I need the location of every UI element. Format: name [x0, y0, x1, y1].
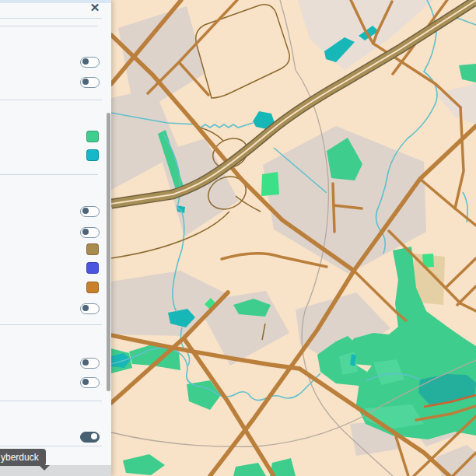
toggle-switch-6[interactable]	[80, 358, 100, 369]
toggle-knob	[82, 58, 89, 65]
divider	[0, 26, 98, 26]
toggle-knob	[91, 433, 97, 439]
color-swatch-teal[interactable]	[86, 149, 99, 161]
panel-bottom-strip	[0, 465, 111, 476]
toggle-knob	[82, 359, 89, 366]
map-canvas[interactable]	[111, 0, 476, 476]
divider	[0, 100, 102, 100]
toggle-knob	[82, 379, 89, 385]
toggle-switch-8[interactable]	[80, 432, 100, 443]
toggle-knob	[82, 305, 89, 311]
divider	[0, 446, 102, 446]
divider	[0, 18, 102, 19]
toggle-switch-3[interactable]	[80, 206, 100, 217]
toggle-knob	[82, 229, 89, 235]
tooltip: yberduck	[0, 449, 46, 466]
color-swatch-green[interactable]	[86, 131, 99, 142]
toggle-switch-4[interactable]	[80, 227, 100, 238]
toggle-switch-5[interactable]	[80, 303, 100, 314]
toggle-knob	[82, 208, 89, 214]
color-swatch-orange[interactable]	[86, 282, 99, 293]
divider	[0, 174, 98, 175]
toggle-knob	[82, 79, 89, 85]
close-button[interactable]: ✕	[88, 1, 102, 15]
divider	[0, 324, 102, 325]
toggle-switch-7[interactable]	[80, 377, 100, 388]
screen: ✕ yberduck	[0, 0, 476, 476]
layers-panel: ✕	[0, 0, 111, 476]
close-icon: ✕	[90, 1, 100, 14]
toggle-switch-1[interactable]	[80, 57, 100, 68]
toggle-switch-2[interactable]	[80, 77, 100, 88]
divider	[0, 401, 102, 401]
color-swatch-tan[interactable]	[86, 243, 99, 255]
scrollbar[interactable]	[107, 113, 110, 391]
color-swatch-indigo[interactable]	[86, 262, 99, 274]
